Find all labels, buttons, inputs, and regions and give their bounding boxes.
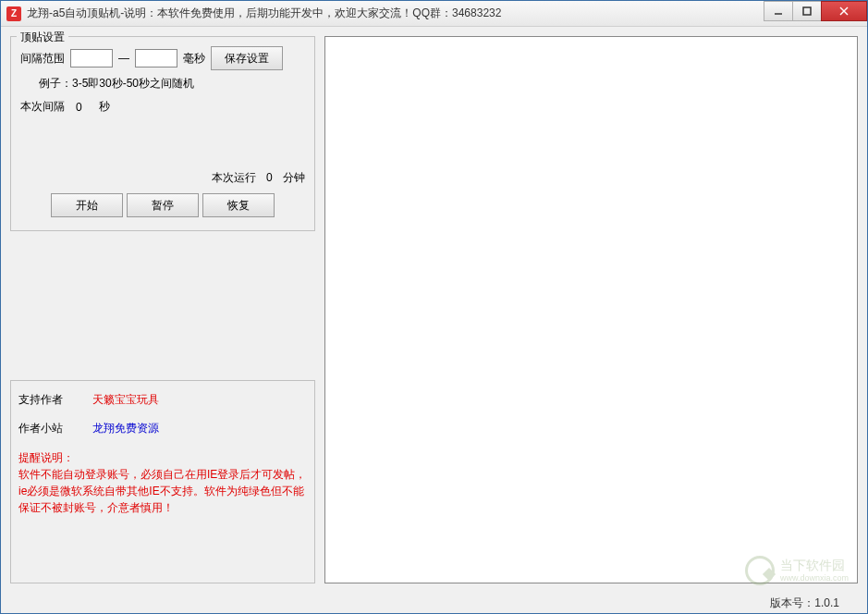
- resume-button[interactable]: 恢复: [202, 193, 275, 217]
- footer: 版本号： 1.0.1: [1, 593, 867, 613]
- author-site-link[interactable]: 龙翔免费资源: [92, 421, 159, 436]
- titlebar: Z 龙翔-a5自动顶贴机-说明：本软件免费使用，后期功能开发中，欢迎大家交流！Q…: [1, 1, 867, 27]
- support-author-link[interactable]: 天籁宝宝玩具: [92, 392, 159, 408]
- example-text: 例子：3-5即30秒-50秒之间随机: [39, 76, 305, 92]
- svg-rect-1: [803, 7, 811, 15]
- runtime-value: 0: [266, 171, 273, 184]
- maximize-button[interactable]: [792, 1, 822, 21]
- this-interval-label: 本次间隔: [20, 99, 65, 115]
- log-panel[interactable]: [324, 36, 858, 583]
- interval-max-input[interactable]: [135, 49, 177, 68]
- app-window: Z 龙翔-a5自动顶贴机-说明：本软件免费使用，后期功能开发中，欢迎大家交流！Q…: [0, 0, 868, 614]
- author-site-line: 作者小站 龙翔免费资源: [18, 421, 307, 436]
- settings-legend: 顶贴设置: [17, 30, 68, 45]
- start-button[interactable]: 开始: [51, 193, 123, 217]
- window-controls: [764, 1, 867, 26]
- warning-block: 提醒说明： 软件不能自动登录账号，必须自己在用IE登录后才可发帖，ie必须是微软…: [18, 449, 307, 516]
- dash-separator: —: [118, 52, 129, 65]
- left-panel: 顶贴设置 间隔范围 — 毫秒 保存设置 例子：3-5即30秒-50秒之间随机 本…: [10, 36, 315, 583]
- this-interval-value: 0: [76, 101, 82, 114]
- save-settings-button[interactable]: 保存设置: [211, 46, 283, 70]
- settings-group: 顶贴设置 间隔范围 — 毫秒 保存设置 例子：3-5即30秒-50秒之间随机 本…: [10, 36, 315, 231]
- action-buttons: 开始 暂停 恢复: [20, 193, 305, 217]
- interval-range-row: 间隔范围 — 毫秒 保存设置: [20, 46, 305, 70]
- app-icon: Z: [6, 6, 21, 21]
- support-author-line: 支持作者 天籁宝宝玩具: [18, 392, 307, 408]
- interval-min-input[interactable]: [70, 49, 113, 68]
- this-interval-row: 本次间隔 0 秒: [20, 99, 305, 115]
- interval-label: 间隔范围: [20, 51, 65, 67]
- info-box: 支持作者 天籁宝宝玩具 作者小站 龙翔免费资源 提醒说明： 软件不能自动登录账号…: [10, 380, 315, 583]
- version-value: 1.0.1: [814, 596, 839, 609]
- runtime-unit: 分钟: [283, 171, 305, 184]
- site-label: 作者小站: [18, 421, 92, 436]
- unit-ms-label: 毫秒: [183, 51, 205, 67]
- support-label: 支持作者: [18, 392, 92, 408]
- pause-button[interactable]: 暂停: [127, 193, 199, 217]
- content-area: 顶贴设置 间隔范围 — 毫秒 保存设置 例子：3-5即30秒-50秒之间随机 本…: [1, 27, 867, 593]
- version-label: 版本号：: [770, 596, 814, 611]
- warning-text: 软件不能自动登录账号，必须自己在用IE登录后才可发帖，ie必须是微软系统自带其他…: [18, 466, 307, 516]
- close-button[interactable]: [821, 1, 867, 21]
- warning-title: 提醒说明：: [18, 449, 307, 466]
- this-interval-unit: 秒: [99, 99, 110, 115]
- runtime-label: 本次运行: [212, 171, 256, 184]
- runtime-row: 本次运行 0 分钟: [20, 170, 305, 186]
- minimize-button[interactable]: [764, 1, 793, 21]
- window-title: 龙翔-a5自动顶贴机-说明：本软件免费使用，后期功能开发中，欢迎大家交流！QQ群…: [27, 6, 764, 21]
